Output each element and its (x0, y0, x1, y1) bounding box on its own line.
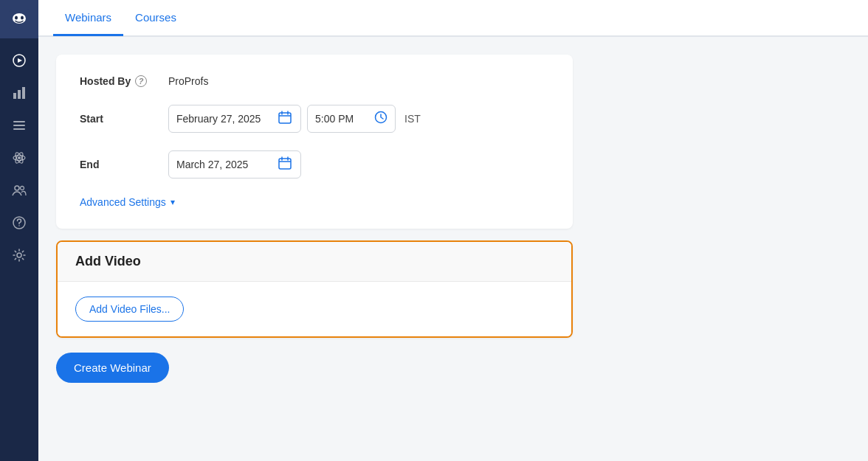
sidebar-item-play[interactable] (0, 44, 38, 77)
sidebar (0, 0, 38, 461)
sidebar-item-atom[interactable] (0, 142, 38, 174)
main-content: Webinars Courses Hosted By ? ProProfs St… (38, 0, 868, 461)
advanced-settings-label: Advanced Settings (80, 196, 166, 208)
play-icon (12, 53, 27, 68)
start-inputs: IST (168, 105, 421, 133)
add-video-body: Add Video Files... (58, 282, 571, 336)
help-circle-icon (12, 215, 27, 230)
start-calendar-icon[interactable] (278, 111, 292, 127)
end-inputs (168, 150, 301, 178)
svg-rect-23 (279, 159, 291, 169)
svg-rect-6 (13, 93, 16, 99)
start-time-input[interactable] (307, 105, 396, 133)
end-row: End (80, 150, 549, 178)
end-date-field[interactable] (176, 159, 272, 170)
top-nav-tabs: Webinars Courses (38, 0, 868, 37)
svg-rect-21 (279, 113, 291, 123)
end-calendar-icon[interactable] (278, 156, 292, 173)
svg-point-3 (21, 16, 24, 20)
sidebar-item-settings[interactable] (0, 239, 38, 271)
tab-courses[interactable]: Courses (123, 1, 188, 36)
start-row: Start (80, 105, 549, 133)
settings-icon (12, 248, 27, 263)
add-video-title: Add Video (58, 242, 571, 282)
svg-point-19 (18, 225, 20, 226)
hosted-by-value: ProProfs (168, 75, 208, 87)
svg-rect-7 (18, 90, 21, 99)
atom-icon (12, 150, 27, 165)
timezone-label: IST (404, 113, 421, 125)
svg-point-2 (15, 16, 18, 20)
sidebar-item-list[interactable] (0, 109, 38, 142)
chevron-down-icon: ▾ (170, 197, 175, 207)
svg-point-20 (17, 253, 21, 257)
start-time-field[interactable] (315, 113, 368, 125)
svg-point-17 (21, 187, 24, 190)
add-video-card: Add Video Add Video Files... (56, 240, 573, 338)
advanced-settings-toggle[interactable]: Advanced Settings ▾ (80, 196, 549, 208)
add-video-files-button[interactable]: Add Video Files... (75, 297, 184, 322)
logo-icon (9, 9, 30, 30)
hosted-by-help-icon[interactable]: ? (135, 75, 147, 87)
list-icon (12, 118, 27, 133)
svg-point-12 (18, 156, 21, 159)
users-icon (12, 183, 27, 198)
logo (0, 0, 38, 38)
hosted-by-row: Hosted By ? ProProfs (80, 75, 549, 87)
sidebar-item-users[interactable] (0, 174, 38, 207)
create-webinar-button[interactable]: Create Webinar (56, 353, 169, 383)
svg-rect-8 (22, 87, 25, 99)
svg-marker-5 (18, 58, 22, 63)
start-clock-icon[interactable] (374, 111, 388, 127)
svg-rect-9 (13, 121, 25, 122)
svg-rect-10 (13, 125, 25, 126)
hosted-by-label-text: Hosted By (80, 75, 131, 87)
sidebar-item-analytics[interactable] (0, 77, 38, 109)
tab-webinars[interactable]: Webinars (53, 1, 123, 36)
start-label: Start (80, 113, 168, 125)
hosted-by-label: Hosted By ? (80, 75, 168, 87)
page-content: Hosted By ? ProProfs Start (38, 37, 868, 461)
end-label: End (80, 159, 168, 170)
form-card: Hosted By ? ProProfs Start (56, 55, 573, 229)
svg-point-16 (15, 186, 19, 190)
bar-chart-icon (12, 86, 27, 100)
svg-rect-11 (13, 128, 25, 130)
end-date-input[interactable] (168, 150, 301, 178)
start-date-input[interactable] (168, 105, 301, 133)
start-date-field[interactable] (176, 113, 272, 125)
sidebar-item-help[interactable] (0, 207, 38, 239)
